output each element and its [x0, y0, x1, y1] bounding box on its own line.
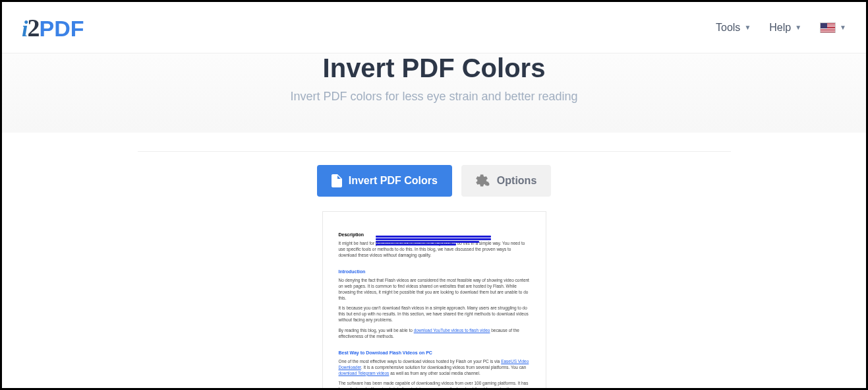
nav: Tools ▼ Help ▼ ▼ — [716, 22, 846, 34]
page-subtitle: Invert PDF colors for less eye strain an… — [2, 90, 866, 104]
file-icon — [332, 174, 342, 187]
doc-link: download Telegram videos — [339, 371, 390, 375]
nav-help-label: Help — [769, 22, 791, 34]
tab-invert[interactable]: Invert PDF Colors — [317, 165, 452, 197]
doc-intro-p2: It is because you can't download flash v… — [339, 305, 530, 323]
tab-options[interactable]: Options — [461, 165, 551, 197]
doc-best-p2: The software has been made capable of do… — [339, 380, 530, 390]
tab-options-label: Options — [497, 175, 536, 187]
us-flag-icon — [820, 22, 836, 33]
header: i2PDF Tools ▼ Help ▼ ▼ — [2, 2, 866, 53]
nav-language[interactable]: ▼ — [820, 22, 846, 33]
doc-intro-p3: By reading this blog, you will be able t… — [339, 327, 530, 339]
nav-tools-label: Tools — [716, 22, 740, 34]
chevron-down-icon: ▼ — [744, 24, 751, 31]
logo-pdf: PDF — [39, 16, 84, 42]
tab-invert-label: Invert PDF Colors — [349, 175, 438, 187]
logo-2: 2 — [27, 13, 39, 42]
tabs: Invert PDF Colors Options — [138, 165, 731, 197]
doc-intro-p1: No denying the fact that Flash videos ar… — [339, 277, 530, 301]
redaction-mark — [376, 236, 491, 245]
doc-best-heading: Best Way to Download Flash Videos on PC — [339, 350, 530, 356]
gears-icon — [476, 174, 490, 187]
doc-best-p1: One of the most effective ways to downlo… — [339, 358, 530, 376]
pdf-preview: Description It might be hard for you to … — [322, 211, 546, 390]
doc-link: download YouTube videos to flash video — [414, 328, 490, 333]
page-hero: Invert PDF Colors Invert PDF colors for … — [2, 53, 866, 133]
logo[interactable]: i2PDF — [22, 13, 84, 42]
nav-help[interactable]: Help ▼ — [769, 22, 801, 34]
nav-tools[interactable]: Tools ▼ — [716, 22, 751, 34]
content-box: Invert PDF Colors Options Description It… — [138, 151, 731, 390]
chevron-down-icon: ▼ — [795, 24, 801, 31]
chevron-down-icon: ▼ — [840, 24, 846, 31]
logo-i: i — [22, 16, 27, 42]
page-title: Invert PDF Colors — [2, 53, 866, 83]
doc-intro-heading: Introduction — [339, 269, 530, 275]
